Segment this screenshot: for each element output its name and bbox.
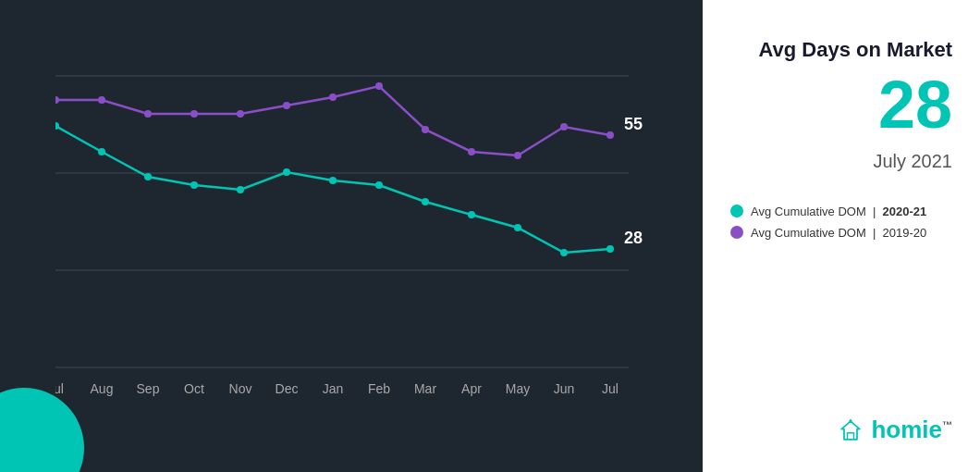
legend-separator-purple: | bbox=[873, 226, 876, 240]
legend-dot-purple bbox=[730, 226, 743, 239]
svg-text:Feb: Feb bbox=[368, 381, 390, 396]
svg-text:May: May bbox=[506, 381, 530, 396]
chart-inner: 75 50 25 0 55 bbox=[55, 28, 675, 416]
legend-separator-teal: | bbox=[873, 205, 876, 218]
legend-text-purple: Avg Cumulative DOM bbox=[751, 226, 866, 240]
svg-text:Jul: Jul bbox=[602, 381, 619, 396]
sidebar: Avg Days on Market 28 July 2021 Avg Cumu… bbox=[703, 0, 980, 472]
svg-point-29 bbox=[375, 181, 383, 189]
svg-text:Mar: Mar bbox=[414, 381, 436, 396]
svg-point-32 bbox=[514, 224, 521, 231]
svg-text:Sep: Sep bbox=[137, 381, 160, 396]
chart-legend: Avg Cumulative DOM | 2020-21 Avg Cumulat… bbox=[730, 205, 952, 240]
svg-text:Jun: Jun bbox=[554, 381, 575, 396]
svg-point-27 bbox=[283, 168, 290, 176]
svg-point-34 bbox=[606, 245, 614, 253]
svg-point-15 bbox=[375, 82, 383, 90]
svg-point-20 bbox=[606, 131, 614, 139]
chart-title: Avg Days on Market bbox=[730, 37, 952, 64]
homie-logo: homie™ bbox=[730, 416, 952, 444]
legend-dot-teal bbox=[730, 205, 743, 217]
svg-point-12 bbox=[237, 110, 244, 118]
svg-point-25 bbox=[190, 181, 198, 189]
svg-point-14 bbox=[329, 93, 337, 101]
homie-icon bbox=[838, 417, 864, 443]
svg-point-23 bbox=[98, 148, 105, 155]
svg-text:55: 55 bbox=[624, 115, 643, 133]
svg-point-18 bbox=[514, 152, 521, 159]
svg-point-24 bbox=[144, 173, 152, 180]
legend-label-purple: Avg Cumulative DOM | 2019-20 bbox=[751, 226, 926, 240]
svg-point-28 bbox=[329, 177, 337, 184]
svg-point-8 bbox=[55, 96, 59, 104]
chart-value: 28 bbox=[730, 68, 952, 142]
homie-tm: ™ bbox=[942, 419, 952, 430]
legend-label-teal: Avg Cumulative DOM | 2020-21 bbox=[751, 205, 926, 218]
legend-item-purple: Avg Cumulative DOM | 2019-20 bbox=[730, 226, 952, 240]
homie-text-label: homie™ bbox=[871, 416, 952, 444]
svg-point-19 bbox=[560, 123, 568, 130]
svg-point-16 bbox=[422, 126, 429, 133]
svg-text:Aug: Aug bbox=[91, 381, 114, 396]
legend-text-teal: Avg Cumulative DOM bbox=[751, 205, 866, 218]
svg-text:28: 28 bbox=[624, 229, 643, 247]
svg-point-30 bbox=[422, 198, 429, 205]
svg-text:Nov: Nov bbox=[229, 381, 252, 396]
svg-text:Oct: Oct bbox=[184, 381, 204, 396]
svg-text:Apr: Apr bbox=[461, 381, 482, 396]
svg-point-13 bbox=[283, 102, 290, 109]
svg-point-26 bbox=[237, 186, 244, 193]
svg-point-31 bbox=[468, 211, 475, 218]
homie-name: homie bbox=[871, 416, 942, 443]
legend-year-teal: 2020-21 bbox=[883, 205, 927, 218]
svg-text:Jan: Jan bbox=[323, 381, 344, 396]
legend-item-teal: Avg Cumulative DOM | 2020-21 bbox=[730, 205, 952, 218]
chart-date: July 2021 bbox=[730, 151, 952, 172]
chart-container: 75 50 25 0 55 bbox=[0, 0, 703, 472]
svg-point-33 bbox=[560, 249, 568, 256]
svg-point-10 bbox=[144, 110, 152, 118]
svg-point-11 bbox=[190, 110, 198, 118]
svg-point-9 bbox=[98, 96, 105, 104]
legend-year-purple: 2019-20 bbox=[883, 226, 927, 240]
svg-text:Jul: Jul bbox=[55, 381, 64, 396]
line-chart: 75 50 25 0 55 bbox=[55, 28, 675, 416]
svg-point-17 bbox=[468, 148, 475, 155]
svg-text:Dec: Dec bbox=[276, 381, 299, 396]
